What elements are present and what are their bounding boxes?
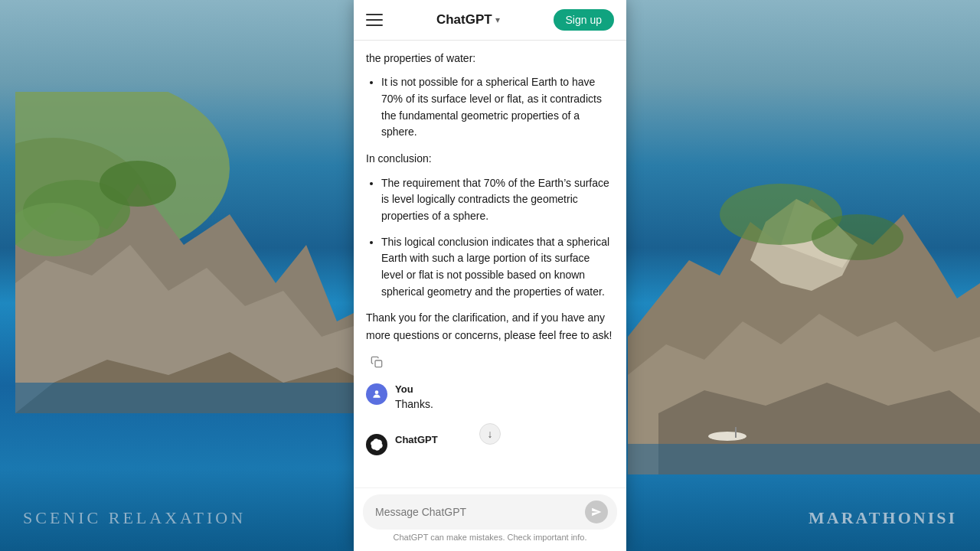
disclaimer-text: ChatGPT can make mistakes. Check importa…: [363, 530, 617, 548]
svg-rect-19: [375, 360, 382, 367]
user-message: You Thanks.: [366, 383, 614, 412]
chat-panel: ChatGPT ▾ Sign up the properties of wate…: [354, 0, 626, 551]
user-text: Thanks.: [395, 396, 614, 412]
chat-input-area: ChatGPT can make mistakes. Check importa…: [354, 487, 626, 551]
assistant-message: the properties of water: It is not possi…: [366, 50, 614, 344]
watermark-right: Marathonisi: [808, 508, 957, 528]
chat-content[interactable]: the properties of water: It is not possi…: [354, 41, 626, 487]
user-content: You Thanks.: [395, 383, 614, 412]
svg-point-15: [812, 214, 903, 260]
svg-rect-16: [628, 444, 980, 474]
user-avatar: [366, 383, 387, 405]
menu-icon[interactable]: [366, 14, 383, 26]
scroll-down-button[interactable]: ↓: [479, 423, 501, 445]
chatgpt-avatar: [366, 434, 387, 455]
signup-button[interactable]: Sign up: [554, 9, 614, 31]
island-left: [15, 92, 368, 413]
message-input[interactable]: [375, 506, 579, 518]
chatgpt-name: ChatGPT: [395, 434, 438, 445]
svg-point-20: [375, 390, 379, 394]
user-name: You: [395, 383, 614, 395]
svg-rect-18: [735, 427, 737, 438]
app-title: ChatGPT: [436, 12, 492, 28]
svg-point-7: [100, 161, 176, 207]
bullet-item-1: It is not possible for a spherical Earth…: [381, 74, 614, 141]
svg-point-17: [708, 432, 746, 441]
watermark-left: Scenic Relaxation: [23, 508, 246, 528]
conclusion-bullet-1: The requirement that 70% of the Earth’s …: [381, 175, 614, 225]
header-left: [366, 14, 383, 26]
header-center: ChatGPT ▾: [436, 12, 500, 28]
chevron-down-icon[interactable]: ▾: [495, 15, 500, 25]
send-button[interactable]: [585, 500, 608, 523]
chatgpt-label: ChatGPT: [395, 434, 438, 455]
closing-text: Thank you for the clarification, and if …: [366, 309, 614, 344]
intro-text: the properties of water:: [366, 50, 614, 67]
input-box: [363, 494, 617, 530]
island-right: [628, 107, 980, 474]
svg-rect-5: [15, 383, 368, 413]
scroll-down-area: ↓: [366, 420, 614, 426]
chat-header: ChatGPT ▾ Sign up: [354, 0, 626, 41]
conclusion-bullet-2: This logical conclusion indicates that a…: [381, 234, 614, 301]
conclusion-heading: In conclusion:: [366, 150, 614, 167]
copy-button[interactable]: [366, 351, 387, 373]
